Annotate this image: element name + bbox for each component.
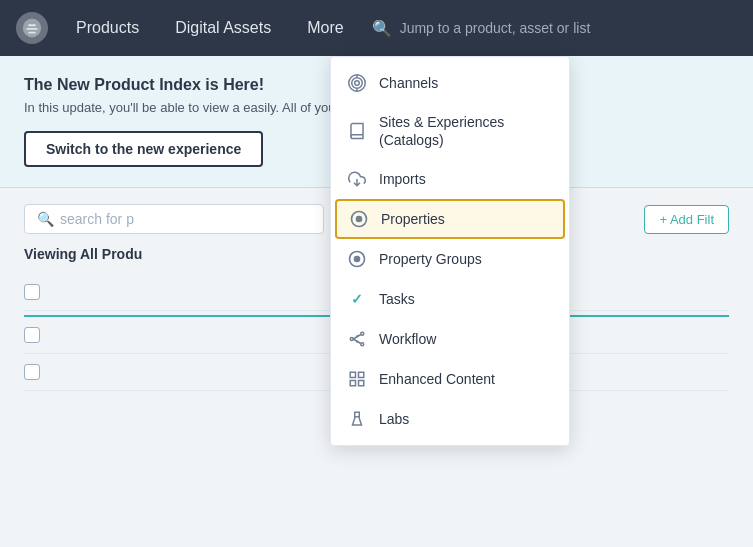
dropdown-item-imports[interactable]: Imports xyxy=(331,159,569,199)
properties-icon: P xyxy=(349,209,369,229)
svg-point-2 xyxy=(352,78,363,89)
property-groups-icon xyxy=(347,249,367,269)
svg-rect-20 xyxy=(359,373,364,378)
flask-icon xyxy=(347,409,367,429)
book-icon xyxy=(347,121,367,141)
svg-text:P: P xyxy=(356,215,362,225)
svg-point-14 xyxy=(361,343,364,346)
dropdown-sites-label: Sites & Experiences(Catalogs) xyxy=(379,113,504,149)
nav-search-area: 🔍 Jump to a product, asset or list xyxy=(372,19,737,38)
dropdown-workflow-label: Workflow xyxy=(379,330,436,348)
svg-point-1 xyxy=(355,81,360,86)
dropdown-item-channels[interactable]: Channels xyxy=(331,63,569,103)
app-logo[interactable] xyxy=(16,12,48,44)
check-icon: ✓ xyxy=(347,289,367,309)
grid-icon xyxy=(347,369,367,389)
nav-products[interactable]: Products xyxy=(60,11,155,45)
svg-point-17 xyxy=(356,336,358,338)
row-checkbox-1[interactable] xyxy=(24,327,40,343)
dropdown-item-tasks[interactable]: ✓ Tasks xyxy=(331,279,569,319)
dropdown-item-labs[interactable]: Labs xyxy=(331,399,569,439)
switch-experience-button[interactable]: Switch to the new experience xyxy=(24,131,263,167)
dropdown-menu: Channels Sites & Experiences(Catalogs) I… xyxy=(330,56,570,446)
search-box[interactable]: 🔍 search for p xyxy=(24,204,324,234)
svg-point-13 xyxy=(361,333,364,336)
search-icon: 🔍 xyxy=(37,211,54,227)
svg-point-11 xyxy=(355,257,360,262)
channels-icon xyxy=(347,73,367,93)
nav-search-icon: 🔍 xyxy=(372,19,392,38)
nav-digital-assets[interactable]: Digital Assets xyxy=(159,11,287,45)
dropdown-item-sites[interactable]: Sites & Experiences(Catalogs) xyxy=(331,103,569,159)
dropdown-tasks-label: Tasks xyxy=(379,290,415,308)
nav-more[interactable]: More xyxy=(291,11,359,45)
workflow-icon xyxy=(347,329,367,349)
dropdown-property-groups-label: Property Groups xyxy=(379,250,482,268)
dropdown-item-enhanced-content[interactable]: Enhanced Content xyxy=(331,359,569,399)
top-nav: Products Digital Assets More 🔍 Jump to a… xyxy=(0,0,753,56)
dropdown-item-workflow[interactable]: Workflow xyxy=(331,319,569,359)
dropdown-item-property-groups[interactable]: Property Groups xyxy=(331,239,569,279)
dropdown-channels-label: Channels xyxy=(379,74,438,92)
add-filter-button[interactable]: + Add Filt xyxy=(644,205,729,234)
svg-rect-19 xyxy=(350,373,355,378)
svg-point-12 xyxy=(350,338,353,341)
dropdown-enhanced-content-label: Enhanced Content xyxy=(379,370,495,388)
header-checkbox[interactable] xyxy=(24,284,40,300)
svg-point-18 xyxy=(356,341,358,343)
cloud-icon xyxy=(347,169,367,189)
row-checkbox-2[interactable] xyxy=(24,364,40,380)
svg-rect-21 xyxy=(350,381,355,386)
svg-rect-22 xyxy=(359,381,364,386)
search-input-placeholder: search for p xyxy=(60,211,134,227)
dropdown-properties-label: Properties xyxy=(381,210,445,228)
dropdown-labs-label: Labs xyxy=(379,410,409,428)
nav-search-placeholder: Jump to a product, asset or list xyxy=(400,20,591,36)
dropdown-imports-label: Imports xyxy=(379,170,426,188)
dropdown-item-properties[interactable]: P Properties xyxy=(335,199,565,239)
